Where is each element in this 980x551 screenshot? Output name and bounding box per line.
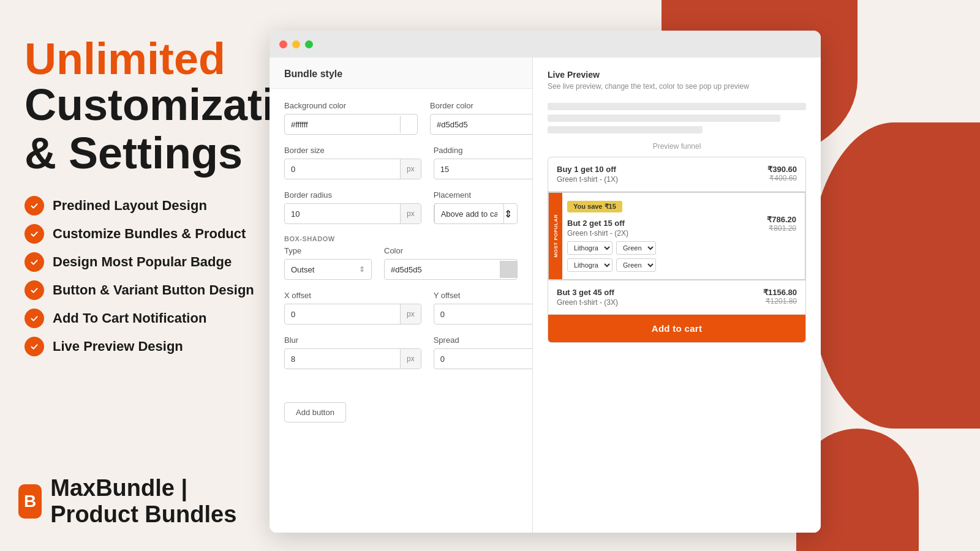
form-section-title: Bundle style xyxy=(284,69,342,79)
preview-subtitle: See live preview, change the text, color… xyxy=(548,82,806,91)
x-offset-input[interactable] xyxy=(285,304,400,324)
title-bar xyxy=(270,31,821,58)
form-section-header: Bundle style xyxy=(270,58,532,89)
svg-point-3 xyxy=(29,285,39,295)
y-offset-input-wrap[interactable]: px xyxy=(434,304,533,324)
funnel-row-1-price: ₹390.60 ₹400.60 xyxy=(767,165,797,182)
spread-input[interactable] xyxy=(434,349,533,369)
border-color-field: Border color xyxy=(430,101,533,135)
variant-select-green-1[interactable]: Green xyxy=(616,241,656,255)
check-icon-live-preview xyxy=(24,337,44,356)
funnel-row-2-price-current: ₹786.20 xyxy=(767,215,796,224)
border-size-label: Border size xyxy=(284,146,421,155)
funnel-row-3-price: ₹1156.80 ₹1201.80 xyxy=(763,288,797,305)
you-save-badge: You save ₹15 xyxy=(567,201,622,212)
spread-label: Spread xyxy=(434,335,533,345)
placement-field: Placement Above add to cart button ⇕ xyxy=(434,190,518,224)
spread-input-wrap[interactable]: px xyxy=(434,348,533,369)
main-window: Bundle style Background color Border col… xyxy=(270,31,821,533)
border-color-input[interactable] xyxy=(431,114,533,134)
placement-input-wrap[interactable]: Above add to cart button ⇕ xyxy=(434,203,518,224)
shadow-color-input[interactable] xyxy=(385,260,500,279)
bg-color-input[interactable] xyxy=(285,114,400,134)
funnel-row-2-content: You save ₹15 But 2 get 15 off Green t-sh… xyxy=(567,200,767,272)
padding-label: Padding xyxy=(434,146,533,155)
border-size-input[interactable] xyxy=(285,159,400,179)
funnel-row-1-text: Buy 1 get 10 off Green t-shirt - (1X) xyxy=(557,165,618,184)
feature-label-button: Button & Variant Button Design xyxy=(53,282,254,298)
svg-point-4 xyxy=(29,313,39,323)
shadow-color-swatch[interactable] xyxy=(500,261,517,278)
border-radius-input-wrap[interactable]: px xyxy=(284,203,421,224)
placement-select[interactable]: Above add to cart button xyxy=(434,203,504,224)
bg-color-swatch[interactable] xyxy=(400,116,417,133)
svg-point-0 xyxy=(29,201,39,211)
padding-input-wrap[interactable]: px xyxy=(434,159,533,179)
border-radius-input[interactable] xyxy=(285,204,400,223)
dot-green[interactable] xyxy=(305,40,313,48)
variant-select-green-2[interactable]: Green xyxy=(616,258,656,272)
funnel-row-1-price-original: ₹400.60 xyxy=(767,174,797,182)
skeleton-bar-2 xyxy=(548,114,780,122)
skeleton-bar-3 xyxy=(548,126,703,133)
feature-button: Button & Variant Button Design xyxy=(24,280,257,300)
y-offset-input[interactable] xyxy=(434,304,533,324)
blur-input-wrap[interactable]: px xyxy=(284,348,421,369)
blur-field: Blur px xyxy=(284,335,421,369)
dot-red[interactable] xyxy=(279,40,287,48)
funnel-row-1-price-current: ₹390.60 xyxy=(767,165,797,174)
feature-live-preview: Live Preview Design xyxy=(24,337,257,356)
feature-list: Predined Layout Design Customize Bundles… xyxy=(24,196,257,356)
bg-color-input-wrap[interactable] xyxy=(284,114,418,135)
border-color-input-wrap[interactable] xyxy=(430,114,533,135)
check-icon-notification xyxy=(24,309,44,328)
check-icon-button xyxy=(24,280,44,300)
feature-label-badge: Design Most Popular Badge xyxy=(53,254,232,270)
shadow-type-select-wrap[interactable]: Outset ⇕ xyxy=(284,259,372,280)
dot-yellow[interactable] xyxy=(292,40,300,48)
brand-text: MaxBundle | Product Bundles xyxy=(50,475,276,528)
funnel-row-1-subtitle: Green t-shirt - (1X) xyxy=(557,175,618,184)
shadow-color-field: Color xyxy=(384,246,518,280)
blur-input[interactable] xyxy=(285,349,400,369)
border-size-suffix: px xyxy=(400,159,421,179)
funnel-row-2-price-original: ₹801.20 xyxy=(767,224,796,233)
shadow-color-input-wrap[interactable] xyxy=(384,259,518,280)
border-size-input-wrap[interactable]: px xyxy=(284,159,421,179)
add-button[interactable]: Add button xyxy=(284,402,346,422)
padding-field: Padding px xyxy=(434,146,533,179)
placement-arrow-icon: ⇕ xyxy=(504,208,512,220)
funnel-row-1-title: Buy 1 get 10 off xyxy=(557,165,618,174)
border-size-field: Border size px xyxy=(284,146,421,179)
shadow-type-select[interactable]: Outset xyxy=(291,265,359,274)
y-offset-field: Y offset px xyxy=(434,291,533,324)
padding-input[interactable] xyxy=(434,159,533,179)
heading-customization: Customization xyxy=(24,81,257,129)
bg-shape-right xyxy=(809,122,980,429)
variant-select-lithogra-1[interactable]: Lithogra xyxy=(567,241,612,255)
add-to-cart-button[interactable]: Add to cart xyxy=(548,315,805,342)
x-offset-label: X offset xyxy=(284,291,421,300)
svg-point-2 xyxy=(29,257,39,267)
border-radius-suffix: px xyxy=(400,204,421,223)
funnel-row-2: MOST POPULAR You save ₹15 But 2 get 15 o… xyxy=(548,192,806,280)
blur-label: Blur xyxy=(284,335,421,345)
shadow-type-field: Type Outset ⇕ xyxy=(284,246,372,280)
placement-label: Placement xyxy=(434,190,518,200)
size-padding-row: Border size px Padding px xyxy=(284,146,518,179)
funnel-row-3-subtitle: Green t-shirt - (3X) xyxy=(557,298,618,307)
funnel-row-3-title: But 3 get 45 off xyxy=(557,288,618,297)
x-offset-input-wrap[interactable]: px xyxy=(284,304,421,324)
variant-select-lithogra-2[interactable]: Lithogra xyxy=(567,258,612,272)
preview-panel: Live Preview See live preview, change th… xyxy=(533,58,821,533)
border-radius-field: Border radius px xyxy=(284,190,421,224)
form-panel: Bundle style Background color Border col… xyxy=(270,58,533,533)
feature-label-notification: Add To Cart Notification xyxy=(53,310,206,326)
radius-placement-row: Border radius px Placement Above add to … xyxy=(284,190,518,224)
xy-offset-row: X offset px Y offset px xyxy=(284,291,518,324)
feature-bundles: Customize Bundles & Product xyxy=(24,224,257,244)
most-popular-text: MOST POPULAR xyxy=(553,214,559,257)
check-icon-predefined xyxy=(24,196,44,216)
funnel-row-3-price-original: ₹1201.80 xyxy=(763,297,797,305)
funnel-row-1: Buy 1 get 10 off Green t-shirt - (1X) ₹3… xyxy=(548,157,805,192)
